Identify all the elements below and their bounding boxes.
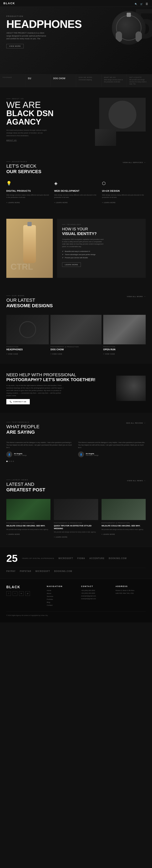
- brand-booking2: Booking.com: [54, 570, 72, 572]
- testimonials-view-all[interactable]: SEE ALL REVIEW: [126, 422, 146, 424]
- identity-section: TECHNOLOGY HOW IS YOUR VISUAL IDENTITY? …: [0, 219, 152, 286]
- footer-link-services[interactable]: Services: [47, 595, 77, 597]
- blog-image: [54, 499, 98, 520]
- blog-post-tag: PHOTOGRAPHY & PRODUCTION: [54, 522, 98, 524]
- blog-image: [6, 499, 51, 520]
- blog-read-more[interactable]: LEARN MORE: [54, 536, 67, 538]
- testimonial-quote: This theme is awesome and the dialogue i…: [78, 441, 146, 449]
- about-cta[interactable]: ABOUT US: [6, 140, 17, 142]
- footer-nav-links: Home About Services Portfolio Blog Conta…: [47, 589, 77, 606]
- years-label: YEARS OF DIGITAL EXPERIENCE: [22, 557, 54, 560]
- footer-email-1: example@gmail.com: [81, 595, 111, 597]
- cart-icon[interactable]: [140, 2, 143, 5]
- brands-section: 25 YEARS OF DIGITAL EXPERIENCE microsoft…: [0, 547, 152, 579]
- service-learn-more[interactable]: LEARN MORE: [54, 202, 68, 203]
- dot-2[interactable]: [8, 461, 10, 462]
- portfolio-view-case[interactable]: VIEW CASE: [51, 353, 62, 355]
- portfolio-view-all[interactable]: VIEW ALL WORK: [127, 296, 146, 298]
- client-item-dogchow[interactable]: DOG CHOW: [51, 74, 76, 87]
- footer-address-2: suite 628, New York, USA: [116, 592, 146, 594]
- portfolio-item-name: OPEN RUN: [103, 348, 146, 351]
- blog-view-all[interactable]: VIEW ALL NEWS: [127, 480, 146, 482]
- portfolio-image: [103, 315, 146, 344]
- service-learn-more[interactable]: LEARN MORE: [6, 202, 20, 203]
- footer-link-about[interactable]: About: [47, 592, 77, 594]
- footer-link-portfolio[interactable]: Portfolio: [47, 598, 77, 600]
- blog-read-more[interactable]: LEARN MORE: [101, 533, 115, 535]
- footer-phone-2: +00 (000) 000-0000: [81, 592, 111, 594]
- logo: BLACK: [3, 2, 15, 5]
- identity-features-list: Beautiful and easy to understand UI Them…: [62, 250, 141, 259]
- blog-image: [101, 499, 146, 520]
- footer-social: f t in yt: [6, 591, 42, 596]
- portfolio-title-bold: AWESOME DESIGNS: [6, 303, 53, 308]
- identity-cta[interactable]: LEARN MORE: [62, 262, 81, 267]
- portfolio-view-case[interactable]: VIEW CASE: [103, 353, 115, 355]
- client-bar: VISIONAID D1/ DOG CHOW HOW WE WORK Conne…: [0, 74, 152, 87]
- portfolio-item-tag: PRODUCTION: [103, 346, 146, 347]
- testimonials-title-bold: ARE SAYING: [6, 430, 39, 435]
- headphones-cup: [127, 13, 131, 17]
- portfolio-view-case[interactable]: VIEW CASE: [6, 353, 18, 355]
- client-item-d1[interactable]: D1/: [25, 74, 51, 87]
- hero-cta[interactable]: VIEW MORE: [6, 44, 24, 48]
- footer-link-blog[interactable]: Blog: [47, 601, 77, 603]
- testimonial-pagination: [6, 461, 146, 462]
- testimonials-header: TESTIMONIALS WHAT PEOPLE ARE SAYING SEE …: [6, 421, 146, 435]
- social-linkedin[interactable]: in: [19, 591, 24, 596]
- footer-link-contact[interactable]: Contact: [47, 604, 77, 606]
- client-item-what[interactable]: WHAT WE DO Web design services does to t…: [101, 74, 127, 87]
- identity-feature-2: Theme advantages and pixel perfect desig…: [62, 253, 141, 256]
- client-tag: GET A QUOTE: [129, 76, 149, 78]
- identity-title-light: HOW IS YOUR: [62, 227, 141, 231]
- portfolio-image: [6, 315, 49, 344]
- portfolio-item-name: HEADPHONES: [6, 348, 49, 351]
- footer-nav-title: NAVIGATION: [47, 585, 77, 587]
- social-twitter[interactable]: t: [13, 591, 17, 596]
- portfolio-item-tag: PHOTOGRAPHY & PRODUCTION: [51, 346, 101, 347]
- brand-paypay: PayPay: [6, 570, 16, 572]
- testimonial-role: Internatian / Design: [14, 455, 27, 456]
- footer-contact-title: CONTACT: [81, 585, 111, 587]
- footer-address-title: ADDRESS: [116, 585, 146, 587]
- identity-title-bold: VISUAL IDENTITY?: [62, 231, 141, 236]
- footer-logo: BLACK: [6, 585, 42, 589]
- blog-title-bold: GREATEST POST: [6, 487, 45, 493]
- client-name: DOG CHOW: [53, 77, 73, 80]
- services-title-bold: OUR SERVICES: [6, 169, 41, 175]
- client-item-quote[interactable]: GET A QUOTE We provide web design servic…: [127, 74, 152, 87]
- brands-logos-row2: PayPay phpStar Microsoft Booking.com: [6, 568, 146, 572]
- dot-3[interactable]: [10, 461, 12, 462]
- footer-link-home[interactable]: Home: [47, 589, 77, 591]
- portfolio-item-headphones: PRODUCTION HEADPHONES VIEW CASE: [6, 315, 49, 355]
- services-title-group: ADVANTAGES LET'S CHECK OUR SERVICES: [6, 161, 41, 175]
- menu-icon[interactable]: [146, 2, 149, 5]
- blog-post-desc: We provide web design services for every…: [101, 528, 146, 531]
- blog-read-more[interactable]: LEARN MORE: [6, 533, 20, 535]
- services-view-all[interactable]: VIEW ALL SERVICES: [123, 161, 146, 163]
- runner-thumbnail: [103, 315, 146, 344]
- dot-4[interactable]: [13, 461, 14, 462]
- social-youtube[interactable]: yt: [25, 591, 30, 596]
- testimonial-avatar: 👤: [78, 452, 84, 457]
- social-facebook[interactable]: f: [6, 591, 11, 596]
- search-icon[interactable]: [135, 2, 138, 5]
- about-content: ABOUT US WE ARE BLACK DSN AGANCY We bran…: [6, 98, 91, 142]
- identity-content: TECHNOLOGY HOW IS YOUR VISUAL IDENTITY? …: [57, 219, 146, 278]
- testimonial-author: 👤 Ari Angela Internatian / Design: [78, 452, 146, 457]
- about-image: [99, 98, 146, 142]
- dot-1[interactable]: [6, 461, 8, 462]
- portfolio-item-name: DOG CHOW: [51, 348, 101, 351]
- testimonial-quote: This theme is awesome and the dialogue i…: [6, 441, 74, 449]
- services-section: ADVANTAGES LET'S CHECK OUR SERVICES VIEW…: [0, 152, 152, 219]
- service-learn-more[interactable]: LEARN MORE: [102, 202, 116, 203]
- service-desc: Web design services makes many different…: [6, 194, 50, 199]
- blog-post-tag: PHOTOGRAPHY & PRODUCTION: [101, 522, 146, 524]
- client-item-visionaid[interactable]: VISIONAID: [0, 74, 25, 87]
- footer-brand: BLACK f t in yt: [6, 585, 42, 607]
- portfolio-item-openrun: PRODUCTION OPEN RUN VIEW CASE: [103, 315, 146, 355]
- portfolio-image: [51, 315, 101, 344]
- years-badge: 25: [6, 553, 18, 563]
- client-item-how[interactable]: HOW WE WORK Connected adapting: [76, 74, 101, 87]
- cta-button[interactable]: 📞 CONTACT US: [6, 399, 30, 404]
